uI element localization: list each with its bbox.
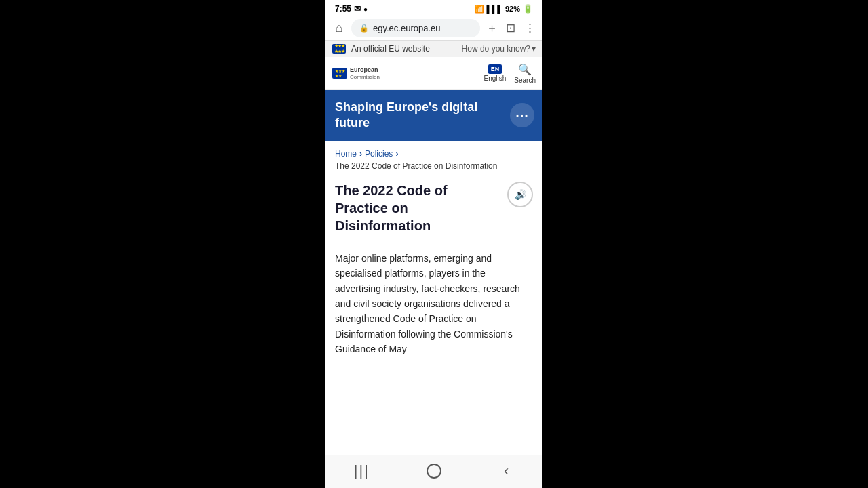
page-content[interactable]: Home › Policies › The 2022 Code of Pract… — [326, 141, 542, 455]
menu-dots-button[interactable]: ··· — [510, 103, 534, 127]
bottom-back-button[interactable]: ‹ — [490, 461, 523, 481]
article-body: Major online platforms, emerging and spe… — [326, 241, 542, 371]
article-text: Major online platforms, emerging and spe… — [335, 251, 533, 357]
status-left: 7:55 ✉ ● — [335, 4, 368, 14]
battery-text: 92% — [505, 5, 520, 13]
breadcrumb: Home › Policies › The 2022 Code of Pract… — [326, 141, 542, 175]
address-bar[interactable]: 🔒 egy.ec.europa.eu — [351, 19, 480, 37]
how-chevron-icon: ▾ — [532, 44, 536, 54]
url-text: egy.ec.europa.eu — [373, 23, 472, 33]
browser-chrome: ⌂ 🔒 egy.ec.europa.eu ＋ ⊡ ⋮ — [326, 16, 542, 40]
email-icon: ✉ — [354, 4, 361, 14]
breadcrumb-current: The 2022 Code of Practice on Disinformat… — [335, 161, 497, 171]
ec-logo-sub: Commission — [350, 74, 380, 81]
phone-frame: 7:55 ✉ ● 📶 ▌▌▌ 92% 🔋 ⌂ 🔒 egy.ec.europa.e… — [326, 0, 542, 488]
eu-official-banner: ★★★★★★ An official EU website How do you… — [326, 40, 542, 57]
language-button[interactable]: EN English — [484, 64, 507, 82]
home-nav-icon[interactable]: ⌂ — [331, 20, 347, 37]
status-bar: 7:55 ✉ ● 📶 ▌▌▌ 92% 🔋 — [326, 0, 542, 16]
ec-header: ★★★★★ European Commission EN English 🔍 S… — [326, 57, 542, 90]
ec-logo-text: European Commission — [350, 66, 380, 80]
bottom-back-icon: ‹ — [504, 462, 509, 480]
breadcrumb-policies[interactable]: Policies — [365, 149, 393, 159]
ec-logo-name: European — [350, 66, 380, 74]
how-do-you-know-button[interactable]: How do you know? ▾ — [462, 44, 536, 54]
bottom-menu-button[interactable]: ||| — [345, 461, 378, 481]
search-icon: 🔍 — [518, 62, 532, 76]
official-website-text: An official EU website — [351, 44, 430, 54]
ec-logo[interactable]: ★★★★★ European Commission — [332, 66, 380, 80]
how-do-you-know-text: How do you know? — [462, 44, 530, 54]
listen-button[interactable]: 🔊 — [507, 182, 533, 207]
page-title-area: The 2022 Code of Practice on Disinformat… — [326, 175, 542, 241]
search-label: Search — [514, 77, 536, 84]
hero-title: Shaping Europe's digital future — [335, 100, 503, 131]
page-title: The 2022 Code of Practice on Disinformat… — [335, 182, 533, 235]
lang-label: English — [484, 75, 507, 82]
battery-icon: 🔋 — [523, 4, 533, 14]
hero-banner: Shaping Europe's digital future ··· — [326, 90, 542, 141]
address-bar-row: ⌂ 🔒 egy.ec.europa.eu ＋ ⊡ ⋮ — [326, 16, 542, 40]
eu-flag-icon: ★★★★★★ — [332, 44, 346, 54]
dot-icon: ● — [363, 5, 368, 13]
breadcrumb-arrow-2: › — [395, 149, 398, 159]
search-button[interactable]: 🔍 Search — [514, 62, 536, 84]
time: 7:55 — [335, 4, 351, 14]
ec-actions: EN English 🔍 Search — [484, 62, 536, 84]
ec-logo-flag: ★★★★★ — [332, 68, 347, 79]
breadcrumb-arrow-1: › — [359, 149, 362, 159]
tabs-icon[interactable]: ⊡ — [503, 21, 518, 36]
status-right: 📶 ▌▌▌ 92% 🔋 — [475, 4, 533, 14]
bottom-home-button[interactable] — [418, 461, 450, 481]
add-tab-icon[interactable]: ＋ — [484, 21, 499, 36]
breadcrumb-home[interactable]: Home — [335, 149, 357, 159]
bottom-nav: ||| ‹ — [326, 455, 542, 488]
bottom-menu-icon: ||| — [354, 462, 370, 480]
lock-icon: 🔒 — [359, 24, 369, 33]
listen-icon: 🔊 — [515, 189, 526, 200]
more-options-icon[interactable]: ⋮ — [522, 21, 537, 36]
wifi-icon: 📶 — [475, 5, 484, 14]
signal-icon: ▌▌▌ — [487, 5, 502, 13]
bottom-home-icon — [427, 464, 441, 479]
lang-badge: EN — [488, 64, 502, 74]
